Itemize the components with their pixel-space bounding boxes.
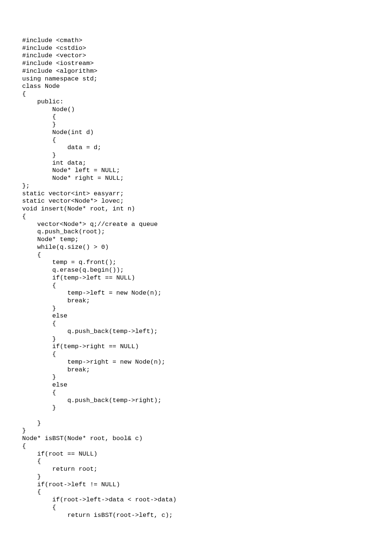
code-text: #include <cmath> #include <cstdio> #incl…	[22, 37, 176, 519]
code-block: #include <cmath> #include <cstdio> #incl…	[0, 0, 392, 541]
